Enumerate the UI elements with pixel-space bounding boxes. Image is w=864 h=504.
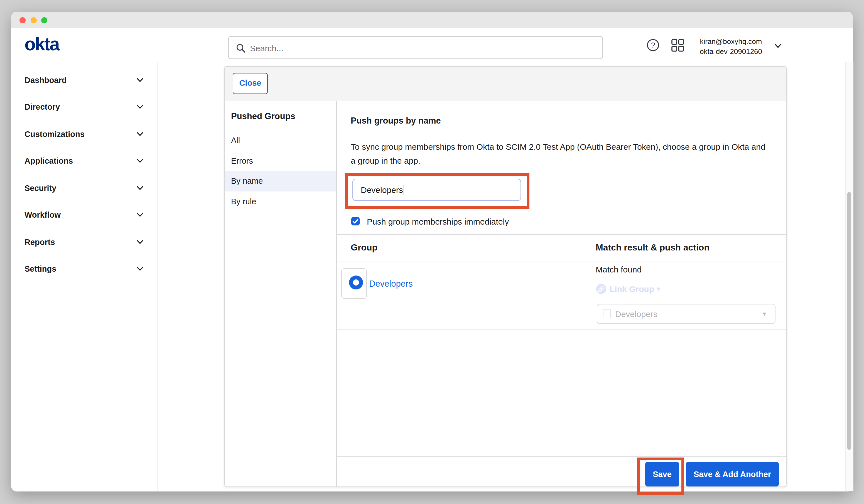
apps-grid-icon[interactable] [671, 39, 684, 52]
push-immediately-checkbox[interactable] [351, 217, 359, 225]
check-icon [351, 217, 359, 225]
chevron-down-icon [136, 213, 144, 217]
link-group-icon [596, 284, 606, 294]
sidebar-item-reports[interactable]: Reports [0, 232, 146, 252]
footer-divider [337, 456, 786, 457]
chevron-down-icon [136, 267, 144, 271]
svg-text:?: ? [651, 41, 655, 49]
chevron-down-icon [136, 185, 144, 190]
help-icon[interactable]: ? [647, 39, 659, 51]
row-divider [337, 329, 786, 330]
save-add-another-button[interactable]: Save & Add Another [686, 462, 779, 487]
okta-logo[interactable]: okta [24, 34, 59, 55]
sidebar-item-customizations[interactable]: Customizations [0, 124, 146, 144]
account-menu[interactable]: kiran@boxyhq.com okta-dev-20901260 [689, 37, 773, 57]
close-button[interactable]: Close [233, 73, 268, 94]
nav-item-by-rule[interactable]: By rule [231, 197, 256, 206]
search-input[interactable] [249, 37, 596, 60]
chevron-down-icon [136, 77, 144, 82]
chevron-down-icon [136, 159, 144, 163]
search-icon [236, 44, 245, 53]
close-window-button[interactable] [19, 17, 25, 23]
linked-group-select[interactable]: Developers ▼ [597, 304, 776, 324]
match-status: Match found [596, 265, 641, 274]
global-search [228, 36, 603, 59]
account-org: okta-dev-20901260 [689, 47, 773, 57]
group-name-link[interactable]: Developers [369, 279, 413, 289]
nav-item-errors[interactable]: Errors [231, 156, 253, 165]
sidebar-item-security[interactable]: Security [0, 178, 146, 198]
column-header-group: Group [351, 243, 377, 253]
text-caret [404, 184, 405, 195]
group-avatar-card [341, 268, 367, 299]
maximize-window-button[interactable] [41, 17, 47, 23]
window-titlebar [11, 12, 853, 29]
nav-item-by-name[interactable]: By name [231, 177, 263, 185]
save-button[interactable]: Save [645, 462, 679, 487]
push-groups-panel [224, 66, 787, 487]
linked-group-value: Developers [615, 309, 658, 319]
link-group-button[interactable]: Link Group [610, 284, 654, 293]
group-name-input[interactable]: Developers [352, 178, 521, 201]
chevron-down-icon [136, 132, 144, 136]
scrollbar-thumb[interactable] [847, 192, 851, 450]
description-text: To sync group memberships from Okta to S… [351, 140, 766, 168]
account-email: kiran@boxyhq.com [689, 37, 773, 47]
panel-header [224, 66, 787, 101]
sidebar-item-settings[interactable]: Settings [0, 259, 146, 279]
page-title: Push groups by name [351, 116, 441, 125]
sidebar-divider [158, 62, 158, 491]
push-immediately-label: Push group memberships immediately [367, 217, 509, 226]
panel-nav-divider [336, 101, 337, 487]
link-group-dropdown-arrow-icon[interactable]: ▼ [656, 286, 661, 292]
group-avatar-icon [349, 276, 363, 289]
table-top-divider [337, 234, 786, 235]
select-arrow-icon: ▼ [761, 311, 767, 317]
nav-item-all[interactable]: All [231, 136, 240, 145]
sidebar-item-applications[interactable]: Applications [0, 151, 146, 171]
column-header-match: Match result & push action [596, 243, 709, 253]
desktop-background: okta ? kiran@boxyhq.com okta-dev-2090126… [0, 0, 864, 504]
chevron-down-icon [136, 105, 144, 109]
group-placeholder-icon [603, 310, 611, 319]
sidebar-item-directory[interactable]: Directory [0, 97, 146, 117]
account-chevron-down-icon[interactable] [775, 44, 782, 48]
sidebar-item-dashboard[interactable]: Dashboard [0, 70, 146, 90]
sidebar-item-workflow[interactable]: Workflow [0, 205, 146, 225]
pushed-groups-title: Pushed Groups [231, 111, 295, 121]
table-header-divider [337, 262, 786, 262]
group-name-value: Developers [361, 184, 405, 195]
minimize-window-button[interactable] [30, 17, 36, 23]
chevron-down-icon [136, 240, 144, 244]
